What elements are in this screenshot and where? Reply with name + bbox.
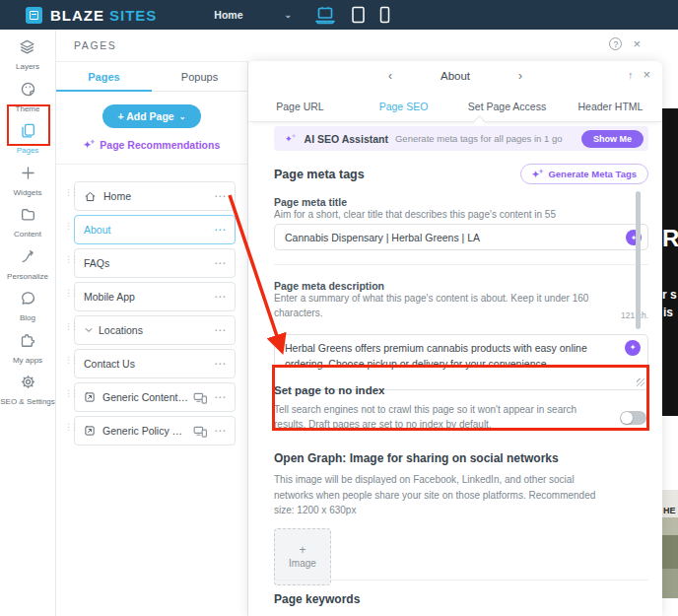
drag-handle-icon[interactable]: ⋮⋮ bbox=[64, 423, 76, 432]
row-menu-icon[interactable]: ⋯ bbox=[214, 323, 226, 337]
page-row-mobile-app[interactable]: ⋮⋮ Mobile App ⋯ bbox=[74, 282, 236, 311]
phone-icon[interactable] bbox=[379, 5, 390, 25]
seo-panel-title: About bbox=[396, 70, 514, 82]
topbar: BLAZESITES Home ⌄ bbox=[0, 0, 678, 30]
drag-handle-icon[interactable]: ⋮⋮ bbox=[64, 356, 76, 365]
row-menu-icon[interactable]: ⋯ bbox=[214, 189, 226, 203]
no-index-section: Set page to no index Tell search engines… bbox=[274, 384, 648, 432]
page-selector-value: Home bbox=[214, 9, 242, 21]
add-page-button[interactable]: + Add Page ⌄ bbox=[102, 104, 202, 128]
puzzle-icon bbox=[19, 332, 35, 353]
meta-title-input[interactable] bbox=[274, 224, 648, 250]
page-row-about[interactable]: ⋮⋮ About ⋯ bbox=[74, 215, 236, 244]
sidebar-item-seo-settings[interactable]: SEO & Settings bbox=[0, 374, 55, 406]
close-icon[interactable]: × bbox=[633, 37, 641, 50]
add-page-label: + Add Page bbox=[118, 110, 174, 122]
sidebar-item-my-apps[interactable]: My apps bbox=[13, 332, 42, 365]
drag-handle-icon[interactable]: ⋮⋮ bbox=[64, 289, 76, 298]
pages-panel-header: PAGES ? × bbox=[56, 30, 662, 61]
preview-image-section: HE bbox=[662, 490, 678, 598]
chevron-down-icon bbox=[84, 325, 94, 335]
tab-set-page-access[interactable]: Set Page Access bbox=[455, 91, 559, 121]
page-row-faqs[interactable]: ⋮⋮ FAQs ⋯ bbox=[74, 248, 236, 278]
prev-page-arrow[interactable]: ‹ bbox=[384, 69, 396, 83]
tab-page-url[interactable]: Page URL bbox=[248, 91, 352, 121]
sidebar-item-layers[interactable]: Layers bbox=[16, 38, 39, 71]
help-icon[interactable]: ? bbox=[609, 37, 622, 50]
no-index-toggle[interactable] bbox=[620, 411, 646, 425]
meta-title-label: Page meta title bbox=[274, 196, 347, 208]
tab-header-html[interactable]: Header HTML bbox=[559, 91, 662, 121]
sidebar-label: Blog bbox=[20, 313, 35, 322]
divider bbox=[274, 580, 648, 581]
pages-list-panel: Pages Popups + Add Page ⌄ ✦✧ Page Recomm… bbox=[56, 61, 248, 616]
page-row-label: Home bbox=[103, 190, 208, 202]
page-selector-dropdown[interactable]: Home ⌄ bbox=[214, 9, 292, 21]
page-row-locations[interactable]: ⋮⋮ Locations ⋯ bbox=[74, 315, 236, 345]
drag-handle-icon[interactable]: ⋮⋮ bbox=[64, 222, 76, 231]
drag-handle-icon[interactable]: ⋮⋮ bbox=[64, 389, 76, 398]
left-sidebar: Layers Theme Pages Widgets Content Perso… bbox=[0, 30, 56, 616]
toggle-knob bbox=[621, 412, 633, 424]
desktop-icon[interactable] bbox=[313, 5, 337, 25]
collapse-icon[interactable]: ↑ bbox=[628, 69, 634, 81]
gear-icon bbox=[20, 374, 36, 394]
row-menu-icon[interactable]: ⋯ bbox=[214, 256, 226, 270]
page-row-generic-policy[interactable]: ⋮⋮ Generic Policy Page Tem... ⋯ bbox=[74, 416, 236, 445]
seo-panel-content: ✦✧ AI SEO Assistant Generate meta tags f… bbox=[248, 122, 662, 616]
row-menu-icon[interactable]: ⋯ bbox=[214, 390, 226, 404]
sidebar-item-personalize[interactable]: Personalize bbox=[7, 248, 48, 281]
home-icon bbox=[84, 190, 97, 203]
sidebar-item-pages[interactable]: Pages bbox=[17, 122, 39, 155]
row-menu-icon[interactable]: ⋯ bbox=[214, 223, 226, 237]
logo-text: BLAZESITES bbox=[50, 7, 157, 24]
pages-icon bbox=[20, 122, 36, 143]
tab-page-seo[interactable]: Page SEO bbox=[352, 91, 455, 121]
seo-panel-tabs: Page URL Page SEO Set Page Access Header… bbox=[248, 91, 662, 122]
next-page-arrow[interactable]: › bbox=[514, 69, 526, 83]
ai-banner-subtitle: Generate meta tags for all pages in 1 go bbox=[395, 133, 581, 144]
meta-description-textarea[interactable]: Herbal Greens offers premium cannabis pr… bbox=[274, 334, 648, 390]
layers-icon bbox=[19, 38, 35, 59]
page-row-label: Mobile App bbox=[84, 291, 208, 303]
page-row-home[interactable]: ⋮⋮ Home ⋯ bbox=[74, 181, 236, 211]
drag-handle-icon[interactable]: ⋮⋮ bbox=[64, 255, 76, 264]
template-icon bbox=[84, 425, 96, 437]
row-menu-icon[interactable]: ⋯ bbox=[214, 290, 226, 304]
page-recommendations-link[interactable]: ✦✧ Page Recommendations bbox=[84, 139, 221, 151]
drag-handle-icon[interactable]: ⋮⋮ bbox=[64, 188, 76, 197]
scrollbar[interactable] bbox=[636, 191, 641, 329]
template-icon bbox=[84, 391, 96, 403]
personalize-icon bbox=[20, 248, 36, 269]
ai-generate-icon[interactable]: ✦ bbox=[625, 340, 641, 356]
sidebar-item-theme[interactable]: Theme bbox=[16, 81, 40, 113]
close-icon[interactable]: × bbox=[643, 68, 650, 81]
preview-text-fragment: R bbox=[662, 225, 678, 252]
page-row-contact-us[interactable]: ⋮⋮ Contact Us ⋯ bbox=[74, 349, 236, 378]
sidebar-label: Personalize bbox=[7, 272, 48, 281]
page-seo-panel: ‹ About › ↑ × Page URL Page SEO Set Page… bbox=[248, 61, 662, 616]
row-menu-icon[interactable]: ⋯ bbox=[214, 357, 226, 371]
page-keywords-section: Page keywords Since 2009, keywords are n… bbox=[274, 592, 648, 616]
drag-handle-icon[interactable]: ⋮⋮ bbox=[64, 322, 76, 331]
content-icon bbox=[20, 206, 36, 227]
page-row-label: Locations bbox=[99, 324, 208, 336]
tab-pages[interactable]: Pages bbox=[56, 62, 152, 91]
sidebar-item-widgets[interactable]: Widgets bbox=[14, 165, 42, 197]
generate-meta-tags-button[interactable]: ✦✧ Generate Meta Tags bbox=[520, 164, 648, 184]
sidebar-item-blog[interactable]: Blog bbox=[20, 290, 36, 322]
og-image-upload[interactable]: + Image bbox=[274, 528, 331, 585]
tab-popups[interactable]: Popups bbox=[152, 62, 247, 91]
row-menu-icon[interactable]: ⋯ bbox=[214, 424, 226, 438]
show-me-button[interactable]: Show Me bbox=[581, 130, 644, 148]
tablet-icon[interactable] bbox=[351, 5, 366, 25]
sidebar-item-content[interactable]: Content bbox=[14, 206, 41, 239]
no-index-heading: Set page to no index bbox=[274, 384, 648, 396]
sparkle-icon: ✦✧ bbox=[285, 134, 298, 144]
sparkle-icon: ✦✧ bbox=[532, 170, 545, 179]
og-image-upload-label: Image bbox=[289, 558, 316, 569]
page-row-generic-content[interactable]: ⋮⋮ Generic Content Page Te... ⋯ bbox=[74, 382, 236, 412]
site-preview-strip: R r s is HE bbox=[662, 30, 678, 616]
page-row-label: Contact Us bbox=[84, 358, 208, 370]
open-graph-section: Open Graph: Image for sharing on social … bbox=[274, 451, 648, 585]
